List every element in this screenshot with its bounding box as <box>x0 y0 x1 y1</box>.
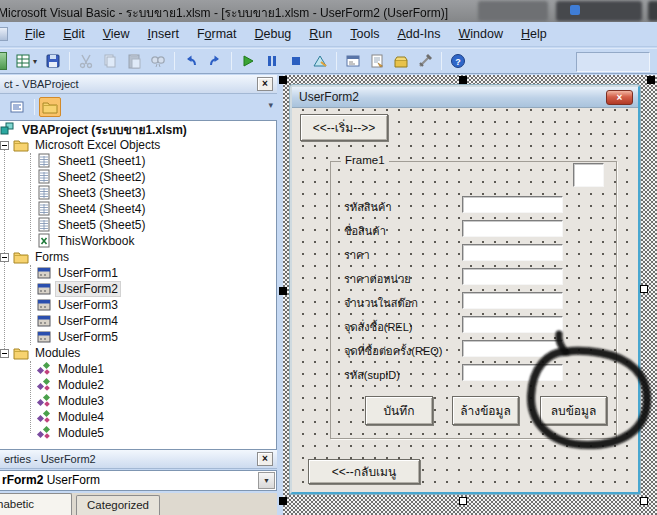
selection-handle[interactable] <box>647 76 655 84</box>
field-textbox-7[interactable] <box>462 364 563 381</box>
object-browser-button[interactable] <box>414 51 436 71</box>
field-label-5: จุดสั่งซื้อ(REL) <box>344 318 412 336</box>
toolbox-icon <box>393 53 409 69</box>
toolbar-inset-area <box>576 52 650 72</box>
field-textbox-5[interactable] <box>462 316 563 333</box>
menu-debug[interactable]: Debug <box>245 24 300 44</box>
cut-button[interactable] <box>75 51 97 71</box>
view-code-button[interactable] <box>6 97 28 117</box>
tree-item-sheet3-sheet3[interactable]: Sheet3 (Sheet3) <box>0 185 276 201</box>
save-record-button[interactable]: บันทึก <box>365 396 433 425</box>
menu-edit[interactable]: Edit <box>54 24 94 44</box>
tree-item-label: Microsoft Excel Objects <box>33 138 162 152</box>
tree-item-forms[interactable]: Forms <box>0 249 276 265</box>
chevron-down-icon[interactable]: ▾ <box>268 100 273 110</box>
menu-file[interactable]: File <box>16 24 54 44</box>
tree-item-label: UserForm1 <box>56 266 120 280</box>
menu-insert[interactable]: Insert <box>139 24 188 44</box>
tab-categorized[interactable]: Categorized <box>76 495 160 515</box>
back-to-menu-button[interactable]: <<--กลับเมนู <box>308 459 420 484</box>
combo-dropdown-icon[interactable]: ▼ <box>258 472 275 489</box>
tree-item-microsoft-excel-objects[interactable]: Microsoft Excel Objects <box>0 137 276 153</box>
tree-item-thisworkbook[interactable]: ThisWorkbook <box>0 233 276 249</box>
tree-item-userform3[interactable]: UserForm3 <box>0 297 276 313</box>
object-combobox[interactable]: rForm2 UserForm ▼ <box>0 470 277 491</box>
selection-handle[interactable] <box>279 287 287 295</box>
run-button[interactable] <box>237 51 259 71</box>
field-textbox-6[interactable] <box>462 340 563 357</box>
menu-run[interactable]: Run <box>300 24 341 44</box>
menu-help[interactable]: Help <box>512 24 556 44</box>
selection-handle[interactable] <box>279 497 287 505</box>
tree-item-label: Sheet1 (Sheet1) <box>56 154 147 168</box>
field-textbox-3[interactable] <box>462 268 563 285</box>
menu-tools[interactable]: Tools <box>341 24 388 44</box>
tree-item-userform1[interactable]: UserForm1 <box>0 265 276 281</box>
properties-panel-title: erties - UserForm2 <box>4 453 96 465</box>
tree-item-modules[interactable]: Modules <box>0 345 276 361</box>
tree-item-module3[interactable]: Module3 <box>0 393 276 409</box>
save-icon <box>45 53 61 69</box>
properties-window-button[interactable] <box>366 51 388 71</box>
undo-button[interactable] <box>180 51 202 71</box>
tree-item-module5[interactable]: Module5 <box>0 425 276 441</box>
tree-item-label: Module3 <box>56 394 106 408</box>
tree-item-module1[interactable]: Module1 <box>0 361 276 377</box>
view-excel-button[interactable]: ▾ <box>12 51 40 71</box>
dropdown-arrow-icon[interactable]: ▾ <box>33 57 37 66</box>
toolbox-button[interactable] <box>390 51 412 71</box>
expander-minus-icon[interactable] <box>0 141 9 150</box>
tree-item-module4[interactable]: Module4 <box>0 409 276 425</box>
paste-button[interactable] <box>123 51 145 71</box>
find-button[interactable] <box>147 51 169 71</box>
selection-handle[interactable] <box>279 76 287 84</box>
help-button[interactable] <box>447 51 469 71</box>
tree-item-vbaproject-1-xlsm[interactable]: VBAProject (ระบบขาย1.xlsm) <box>0 121 276 137</box>
reset-button[interactable] <box>285 51 307 71</box>
app-title: Microsoft Visual Basic - ระบบขาย1.xlsm -… <box>0 3 448 22</box>
form-icon <box>36 265 52 281</box>
clear-data-button[interactable]: ล้างข้อมูล <box>452 396 519 425</box>
tree-item-sheet1-sheet1[interactable]: Sheet1 (Sheet1) <box>0 153 276 169</box>
expander-minus-icon[interactable] <box>0 253 9 262</box>
start-button[interactable]: <<--เริ่ม-->> <box>300 114 388 141</box>
clipped-icon-fragment <box>0 27 8 41</box>
tab-alphabetic[interactable]: habetic <box>0 493 72 515</box>
copy-button[interactable] <box>99 51 121 71</box>
field-textbox-2[interactable] <box>462 244 563 261</box>
project-explorer-icon <box>345 53 361 69</box>
project-explorer-button[interactable] <box>342 51 364 71</box>
field-textbox-1[interactable] <box>462 220 563 237</box>
tree-item-module2[interactable]: Module2 <box>0 377 276 393</box>
save-button[interactable] <box>42 51 64 71</box>
close-icon[interactable]: × <box>257 452 273 466</box>
userform-close-icon[interactable]: × <box>606 90 633 105</box>
field-textbox-0[interactable] <box>462 196 563 213</box>
selection-handle[interactable] <box>640 285 648 293</box>
tree-item-userform2[interactable]: UserForm2 <box>0 281 276 297</box>
design-mode-button[interactable] <box>309 51 331 71</box>
tree-item-sheet4-sheet4[interactable]: Sheet4 (Sheet4) <box>0 201 276 217</box>
tree-item-userform4[interactable]: UserForm4 <box>0 313 276 329</box>
selection-handle[interactable] <box>459 76 467 84</box>
selection-handle[interactable] <box>640 497 648 505</box>
tree-item-sheet5-sheet5[interactable]: Sheet5 (Sheet5) <box>0 217 276 233</box>
tree-item-sheet2-sheet2[interactable]: Sheet2 (Sheet2) <box>0 169 276 185</box>
break-button[interactable] <box>261 51 283 71</box>
menu-addins[interactable]: Add-Ins <box>388 24 449 44</box>
field-textbox-4[interactable] <box>462 292 563 309</box>
expander-minus-icon[interactable] <box>0 349 9 358</box>
clipped-icon-fragment <box>0 52 7 70</box>
selection-handle[interactable] <box>459 497 467 505</box>
delete-data-button[interactable]: ลบข้อมูล <box>540 396 607 425</box>
tree-item-userform5[interactable]: UserForm5 <box>0 329 276 345</box>
view-object-button[interactable] <box>39 97 61 117</box>
menu-window[interactable]: Window <box>450 24 512 44</box>
menu-view[interactable]: View <box>94 24 139 44</box>
userform-design[interactable]: UserForm2 × <<--เริ่ม-->> Frame1 <<--กลั… <box>290 85 640 494</box>
menu-format[interactable]: Format <box>188 24 246 44</box>
small-textbox[interactable] <box>573 163 604 187</box>
redo-button[interactable] <box>204 51 226 71</box>
close-icon[interactable]: × <box>257 77 273 91</box>
field-label-0: รหัสสินค้า <box>344 198 392 216</box>
